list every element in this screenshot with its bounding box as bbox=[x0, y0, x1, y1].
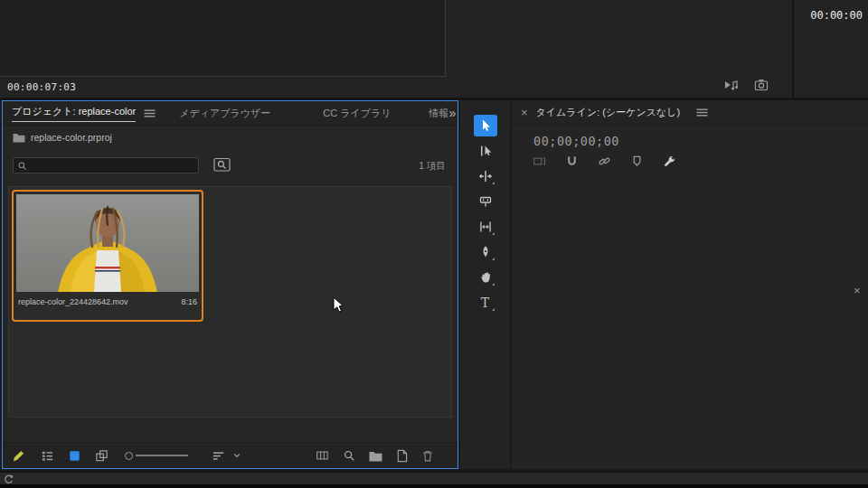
project-toolbar bbox=[3, 442, 458, 468]
ripple-edit-tool[interactable] bbox=[474, 165, 497, 187]
timeline-timecode[interactable]: 00;00;00;00 bbox=[533, 134, 619, 148]
close-panel-icon[interactable]: × bbox=[521, 106, 528, 119]
selection-tool[interactable] bbox=[474, 115, 497, 136]
export-frame-icon[interactable] bbox=[754, 79, 769, 91]
snap-magnet-icon[interactable] bbox=[565, 155, 579, 168]
more-panels-chevron-icon[interactable]: » bbox=[449, 106, 457, 120]
project-panel: プロジェクト: replace-color メディアブラウザー CC ライブラリ… bbox=[2, 100, 458, 469]
program-monitor-panel: 00:00:00 bbox=[794, 0, 868, 98]
program-timecode[interactable]: 00:00:00 bbox=[810, 9, 863, 22]
tab-info[interactable]: 情報 bbox=[429, 107, 449, 120]
nest-sequences-icon[interactable] bbox=[533, 155, 546, 168]
find-button[interactable] bbox=[213, 157, 231, 173]
new-item-button[interactable] bbox=[396, 449, 408, 463]
project-search-row: 1 項目 bbox=[3, 149, 458, 186]
clip-card[interactable]: replace-color_224428642.mov 8:16 bbox=[12, 190, 203, 322]
timeline-settings-wrench-icon[interactable] bbox=[663, 155, 676, 168]
razor-tool[interactable] bbox=[474, 191, 497, 212]
item-count: 1 項目 bbox=[419, 160, 446, 173]
bin-folder-icon bbox=[13, 132, 25, 143]
premiere-window: 00:00:07:03 00:00:00 プロジェクト: replace-col… bbox=[0, 0, 868, 488]
status-bar bbox=[0, 471, 868, 484]
icon-view-button[interactable] bbox=[68, 449, 81, 463]
tab-cc-libraries[interactable]: CC ライブラリ bbox=[323, 107, 391, 120]
hand-tool[interactable] bbox=[474, 267, 497, 288]
clip-filename[interactable]: replace-color_224428642.mov bbox=[18, 297, 128, 306]
zoom-slider[interactable] bbox=[125, 452, 188, 460]
list-view-button[interactable] bbox=[41, 449, 54, 463]
project-items-area[interactable]: replace-color_224428642.mov 8:16 bbox=[8, 186, 452, 418]
project-tab-bar: プロジェクト: replace-color メディアブラウザー CC ライブラリ… bbox=[3, 101, 458, 126]
slip-tool[interactable] bbox=[474, 216, 497, 238]
window-edge bbox=[0, 484, 868, 488]
source-monitor-viewport bbox=[0, 0, 446, 77]
tab-project[interactable]: プロジェクト: replace-color bbox=[12, 105, 136, 122]
mouse-cursor bbox=[333, 296, 347, 318]
search-input[interactable] bbox=[31, 161, 194, 171]
timeline-panel: × タイムライン: (シーケンスなし) 00;00;00;00 bbox=[512, 100, 868, 469]
timeline-tab-bar: × タイムライン: (シーケンスなし) bbox=[512, 100, 868, 125]
clip-thumbnail[interactable] bbox=[16, 194, 199, 292]
pen-tool[interactable] bbox=[474, 241, 497, 263]
zoom-slider-knob[interactable] bbox=[125, 452, 133, 460]
source-monitor-panel: 00:00:07:03 bbox=[0, 0, 792, 98]
edge-close-icon[interactable]: × bbox=[854, 284, 861, 297]
sort-chevron-down-icon[interactable] bbox=[232, 451, 241, 460]
linked-selection-icon[interactable] bbox=[598, 155, 611, 168]
project-writable-pencil-icon[interactable] bbox=[12, 449, 25, 463]
new-bin-button[interactable] bbox=[369, 450, 382, 462]
timeline-toolbar bbox=[533, 155, 676, 168]
tab-timeline[interactable]: タイムライン: (シーケンスなし) bbox=[536, 106, 681, 119]
clear-trash-button[interactable] bbox=[421, 449, 434, 463]
sort-icons-button[interactable] bbox=[212, 449, 225, 463]
toolbar-find-button[interactable] bbox=[343, 449, 355, 462]
tools-panel: T bbox=[460, 100, 510, 469]
source-timecode[interactable]: 00:00:07:03 bbox=[7, 81, 76, 93]
bin-breadcrumb-row: replace-color.prproj bbox=[3, 126, 458, 149]
freeform-view-button[interactable] bbox=[95, 449, 108, 463]
tab-media-browser[interactable]: メディアブラウザー bbox=[179, 107, 270, 120]
timeline-panel-menu-icon[interactable] bbox=[696, 108, 708, 117]
automate-to-sequence-button[interactable] bbox=[316, 449, 329, 462]
type-tool[interactable]: T bbox=[474, 292, 497, 314]
zoom-slider-track[interactable] bbox=[136, 455, 188, 456]
add-marker-icon[interactable] bbox=[630, 155, 644, 168]
project-panel-menu-icon[interactable] bbox=[144, 108, 156, 118]
search-icon bbox=[17, 161, 27, 171]
clip-duration: 8:16 bbox=[181, 297, 197, 306]
drag-audio-icon[interactable] bbox=[723, 79, 740, 91]
clip-caption: replace-color_224428642.mov 8:16 bbox=[16, 297, 199, 306]
bin-path[interactable]: replace-color.prproj bbox=[31, 132, 112, 143]
search-box[interactable] bbox=[13, 157, 199, 174]
track-select-forward-tool[interactable] bbox=[474, 140, 497, 162]
